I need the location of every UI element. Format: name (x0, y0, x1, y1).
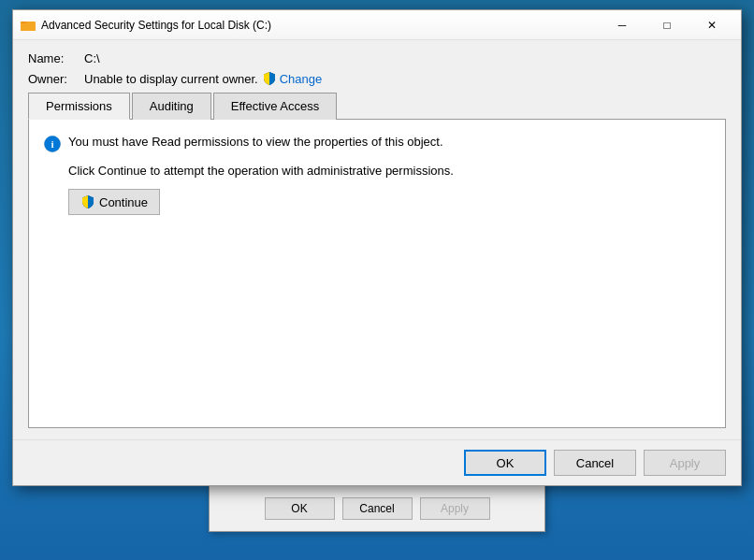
svg-rect-2 (21, 23, 36, 31)
close-button[interactable]: ✕ (690, 13, 733, 37)
owner-value: Unable to display current owner. (84, 72, 258, 86)
apply-button: Apply (644, 450, 726, 476)
title-controls: ─ □ ✕ (601, 13, 733, 37)
owner-label: Owner: (28, 72, 84, 86)
tab-panel-permissions: i You must have Read permissions to view… (28, 120, 726, 428)
owner-row: Owner: Unable to display current owner. … (28, 71, 726, 86)
name-value: C:\ (84, 51, 100, 65)
continue-button[interactable]: Continue (68, 189, 160, 215)
info-message-text: You must have Read permissions to view t… (68, 135, 443, 149)
shield-icon (262, 71, 277, 86)
dialog-icon (21, 18, 36, 33)
click-continue-text: Click Continue to attempt the operation … (68, 164, 710, 178)
change-label: Change (280, 72, 323, 86)
info-message: i You must have Read permissions to view… (44, 135, 710, 152)
bg-apply-button: Apply (420, 497, 490, 520)
bg-cancel-button[interactable]: Cancel (342, 497, 413, 520)
main-dialog: Advanced Security Settings for Local Dis… (12, 9, 742, 486)
bg-ok-button[interactable]: OK (265, 497, 335, 520)
tab-permissions[interactable]: Permissions (28, 93, 130, 120)
dialog-title: Advanced Security Settings for Local Dis… (41, 19, 601, 32)
tabs-container: Permissions Auditing Effective Access (28, 92, 726, 120)
dialog-footer: OK Cancel Apply (13, 439, 741, 485)
svg-text:i: i (51, 138, 53, 150)
continue-shield-icon (80, 194, 95, 209)
tab-auditing[interactable]: Auditing (132, 93, 211, 120)
ok-button[interactable]: OK (464, 450, 546, 476)
tab-effective-access[interactable]: Effective Access (213, 93, 337, 120)
continue-button-label: Continue (99, 195, 148, 209)
title-bar: Advanced Security Settings for Local Dis… (13, 10, 741, 40)
minimize-button[interactable]: ─ (601, 13, 644, 37)
info-icon: i (44, 136, 61, 152)
dialog-content: Name: C:\ Owner: Unable to display curre… (13, 40, 741, 439)
maximize-button[interactable]: □ (645, 13, 689, 37)
cancel-button[interactable]: Cancel (554, 450, 636, 476)
change-link[interactable]: Change (262, 71, 323, 86)
name-label: Name: (28, 51, 84, 65)
name-row: Name: C:\ (28, 51, 726, 65)
